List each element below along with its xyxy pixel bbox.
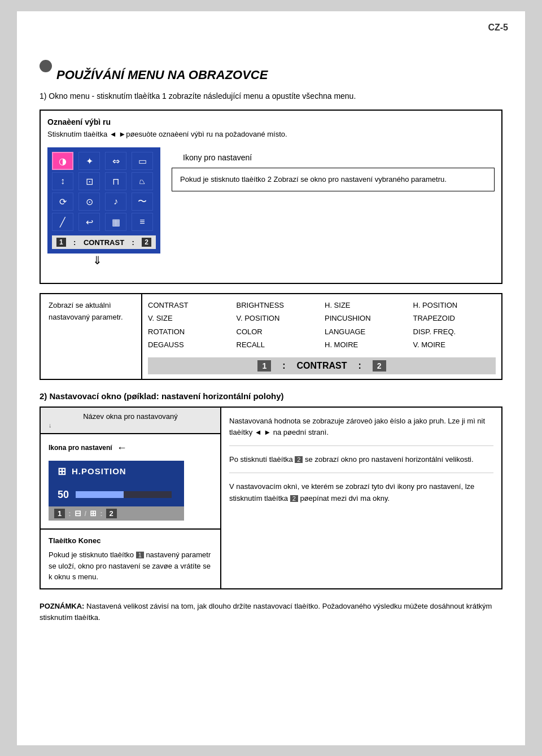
params-bottom-bar: 1 : CONTRAST : 2 <box>148 357 496 374</box>
progress-bar-inner <box>76 491 124 498</box>
params-bar-num: 1 <box>257 360 271 372</box>
icon-pincushion: ⊓ <box>105 172 126 190</box>
icon-color: ⊙ <box>78 193 100 211</box>
subtitle: 1) Okno menu - stisknutím tlaèítka 1 zob… <box>40 91 502 100</box>
icon-hmoire: ▦ <box>105 213 126 231</box>
main-title: POUŽÍVÁNÍ MENU NA OBRAZOVCE <box>56 68 268 82</box>
section1-box: Oznaèení výbì ru Stisknutím tlaèítka ◄ ►… <box>40 110 502 284</box>
num-2-inline: 2 <box>295 456 303 463</box>
icon-hsize: ▭ <box>132 152 153 170</box>
num-1-inline: 1 <box>136 552 144 558</box>
icon-brightness: ✦ <box>78 152 100 170</box>
params-columns: CONTRAST V. SIZE ROTATION DEGAUSS BRIGHT… <box>148 299 496 352</box>
naziv-label: Název okna pro nastavovaný <box>83 412 178 421</box>
ikona-label: Ikona pro nastavení <box>49 444 112 452</box>
icon-degauss: ╱ <box>52 213 73 231</box>
desc-text: Pokud je stisknuto tlaèítko 2 Zobrazí se… <box>180 175 447 183</box>
right-text-block-1: Nastavovaná hodnota se zobrazuje zároveò… <box>229 416 493 447</box>
right-text-1: Nastavovaná hodnota se zobrazuje zároveò… <box>229 417 485 437</box>
icon-contrast: ◑ <box>52 152 73 170</box>
menu-icons-box: ◑ ✦ ⇔ ▭ ↕ ⊡ ⊓ ⏢ ⟳ ⊙ ♪ 〜 <box>47 147 160 254</box>
params-bar-label: CONTRAST <box>297 361 347 371</box>
naziv-box: Název okna pro nastavovaný ↓ <box>41 408 220 434</box>
menu-bar-right: 2 <box>142 238 151 247</box>
hposition-icon: ⊞ <box>58 465 66 478</box>
tlacitko-konec-box: Tlaèítko Konec Pokud je stisknuto tlaèít… <box>41 528 220 588</box>
nav-num-right: 2 <box>106 509 117 518</box>
note-text: Nastavená velikost závisí na tom, jak dl… <box>40 602 492 622</box>
icon-display-area: Ikona pro nastavení ← ⊞ H.POSITION 50 <box>41 434 192 528</box>
right-text-block-2: Po stisknutí tlaèítka 2 se zobrazí okno … <box>229 454 493 473</box>
bottom-note: POZNÁMKA: Nastavená velikost závisí na t… <box>40 601 502 624</box>
section2-content: Název okna pro nastavovaný ↓ Ikona pro n… <box>40 407 502 589</box>
icon-recall: ↩ <box>78 213 100 231</box>
icon-rotation: ⟳ <box>52 193 73 211</box>
ikony-label: Ikony pro nastavení <box>183 153 495 162</box>
hposition-title: H.POSITION <box>72 466 126 476</box>
tlacitko-konec-title: Tlaèítko Konec <box>49 535 212 547</box>
params-col-3: H. SIZE PINCUSHION LANGUAGE H. MOIRE <box>325 299 408 352</box>
icon-vsize: ↕ <box>52 172 73 190</box>
icon-language: ♪ <box>105 193 126 211</box>
hposition-value: 50 <box>58 489 69 501</box>
icon-trapezoid: ⏢ <box>132 172 153 190</box>
menu-bar-label: CONTRAST <box>84 238 124 247</box>
num-2-inline-2: 2 <box>290 495 298 502</box>
right-text-block-3: V nastavovacím oknì, ve kterém se zobraz… <box>229 481 493 512</box>
title-circle-icon <box>40 60 52 72</box>
params-left-label: Zobrazí se aktuálnì nastavovaný parametr… <box>49 300 133 324</box>
page-container: CZ-5 POUŽÍVÁNÍ MENU NA OBRAZOVCE 1) Okno… <box>17 11 525 745</box>
page-number: CZ-5 <box>488 23 508 33</box>
params-col-4: H. POSITION TRAPEZOID DISP. FREQ. V. MOI… <box>413 299 496 352</box>
arrow-down-icon: ⇓ <box>93 254 102 267</box>
section2-right: Nastavovaná hodnota se zobrazuje zároveò… <box>221 408 501 588</box>
section1-title: Oznaèení výbì ru <box>47 117 495 126</box>
params-left: Zobrazí se aktuálnì nastavovaný parametr… <box>41 294 142 379</box>
section2-left: Název okna pro nastavovaný ↓ Ikona pro n… <box>41 408 221 588</box>
icon-vmoire: ≡ <box>132 213 153 231</box>
section2-title: 2) Nastavovací okno (pøíklad: nastavení … <box>40 391 502 401</box>
hposition-title-row: ⊞ H.POSITION <box>49 461 184 482</box>
nav-num-left: 1 <box>54 509 65 518</box>
params-col-2: BRIGHTNESS V. POSITION COLOR RECALL <box>237 299 320 352</box>
plus-icon: ⊞ <box>90 509 97 518</box>
menu-bottom-bar: 1 : CONTRAST : 2 <box>52 235 156 249</box>
right-text-2: Po stisknutí tlaèítka 2 se zobrazí okno … <box>229 455 474 464</box>
params-right: CONTRAST V. SIZE ROTATION DEGAUSS BRIGHT… <box>142 294 501 379</box>
desc-box: Pokud je stisknuto tlaèítko 2 Zobrazí se… <box>172 168 495 191</box>
bottom-nav-bar: 1 : ⊟ / ⊞ : 2 <box>49 506 184 521</box>
icon-hpos: ⇔ <box>105 152 126 170</box>
progress-bar-outer <box>76 491 172 498</box>
tlacitko-konec-text: Pokud je stisknuto tlaèítko 1 nastavený … <box>49 549 212 583</box>
right-text-3: V nastavovacím oknì, ve kterém se zobraz… <box>229 482 474 502</box>
section1-text: Stisknutím tlaèítka ◄ ►pøesuòte oznaèení… <box>47 130 495 138</box>
menu-area: ◑ ✦ ⇔ ▭ ↕ ⊡ ⊓ ⏢ ⟳ ⊙ ♪ 〜 <box>47 147 495 267</box>
note-bold: POZNÁMKA: <box>40 602 84 610</box>
params-bar-right: 2 <box>373 360 386 372</box>
minus-icon: ⊟ <box>75 509 81 518</box>
hposition-value-bar: 50 <box>49 486 184 504</box>
icon-disp: 〜 <box>132 193 153 211</box>
hposition-display: ⊞ H.POSITION 50 1 : <box>49 461 184 521</box>
icon-vpos: ⊡ <box>78 172 100 190</box>
icons-grid: ◑ ✦ ⇔ ▭ ↕ ⊡ ⊓ ⏢ ⟳ ⊙ ♪ 〜 <box>52 152 156 231</box>
params-area: Zobrazí se aktuálnì nastavovaný parametr… <box>40 293 502 380</box>
params-col-1: CONTRAST V. SIZE ROTATION DEGAUSS <box>148 299 231 352</box>
menu-bar-num: 1 <box>56 238 66 247</box>
